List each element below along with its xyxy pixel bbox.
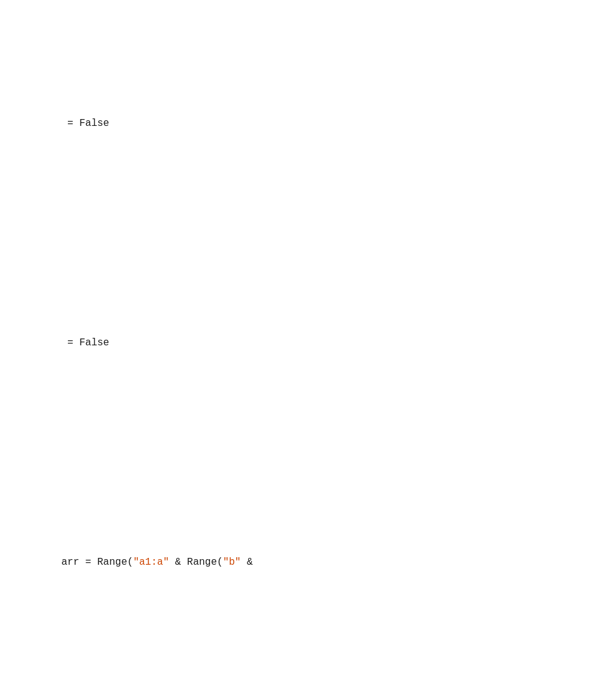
code-block: = False = False arr = Range("a1:a" & Ran…: [37, 25, 552, 700]
code-str: "b": [223, 557, 241, 568]
code-line-1: = False: [37, 91, 552, 157]
code-text: = False: [61, 337, 109, 348]
code-text: arr = Range(: [61, 557, 133, 568]
code-text: & Range(: [169, 557, 223, 568]
code-line-3: arr = Range("a1:a" & Range("b" &: [37, 529, 552, 595]
code-line-blank-1: [37, 223, 552, 244]
code-line-blank-3: [37, 661, 552, 683]
code-text: &: [241, 557, 252, 568]
code-text: = False: [61, 118, 109, 129]
code-line-blank-2: [37, 442, 552, 464]
code-str: "a1:a": [133, 557, 170, 568]
code-line-2: = False: [37, 310, 552, 376]
